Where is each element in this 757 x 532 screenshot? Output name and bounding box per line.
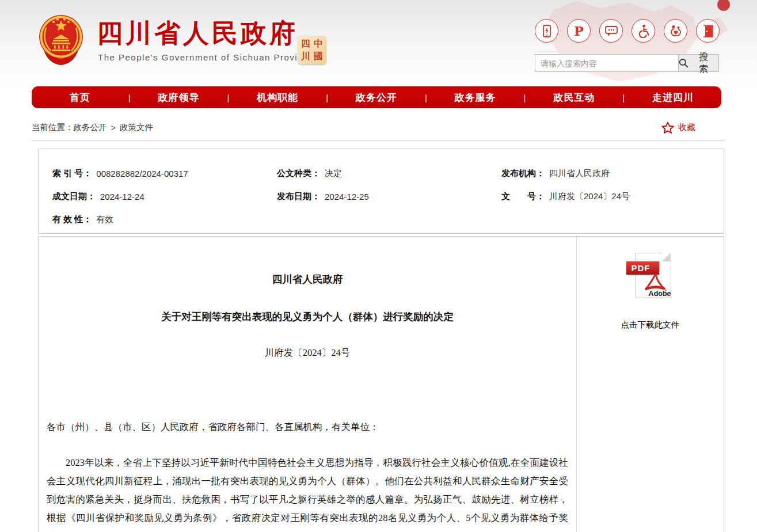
search-input[interactable] [535,54,678,72]
meta-value: 2024-12-25 [325,192,369,202]
attachment-sidebar: PDF Adobe 点击下载此文件 [576,237,724,532]
document-salutation: 各市（州）、县（市、区）人民政府，省政府各部门、各直属机构，有关单位： [47,418,568,436]
meta-label: 发布日期： [277,191,320,202]
meta-label: 有 效 性： [52,214,92,225]
meta-written-date: 成文日期： 2024-12-24 [52,191,277,202]
meta-label: 文 号： [501,191,545,202]
mobile-icon[interactable] [535,19,558,43]
quick-access-icons: P [535,19,720,43]
meta-value: 决定 [325,168,342,179]
nav-item-disclosure[interactable]: 政务公开 [328,91,425,104]
document-paragraph: 2023年以来，全省上下坚持以习近平新时代中国特色社会主义思想为指导，积极践行社… [47,454,568,532]
document-meta-table: 索 引 号： 008282882/2024-00317 公文种类： 决定 发布机… [38,149,724,234]
breadcrumb-section[interactable]: 政务公开 [74,122,107,133]
meta-issuing-org: 发布机构： 四川省人民政府 [501,168,724,179]
meta-doc-number: 文 号： 川府发〔2024〕24号 [501,191,724,202]
nav-item-services[interactable]: 政务服务 [427,91,524,104]
site-logo[interactable]: 四川省人民政府 The People's Government of Sichu… [35,10,334,74]
breadcrumb-separator: > [111,123,116,132]
nav-item-leaders[interactable]: 政府领导 [131,91,227,104]
page-header: 四川省人民政府 The People's Government of Sichu… [0,0,757,84]
care-icon[interactable] [664,19,687,43]
meta-label: 发布机构： [501,168,545,179]
meta-value: 有效 [96,214,113,225]
document-number: 川府发〔2024〕24号 [47,347,568,359]
breadcrumb: 当前位置： 政务公开 > 政策文件 收藏 [32,115,725,140]
site-title: 四川省人民政府 [97,16,298,51]
pdf-fold-corner [662,253,671,261]
meta-index-number: 索 引 号： 008282882/2024-00317 [52,168,277,179]
meta-label: 公文种类： [277,168,320,179]
meta-validity: 有 效 性： 有效 [52,214,277,225]
p-icon[interactable]: P [567,19,591,43]
seal-char: 川 [299,50,312,63]
search-button-label: 搜 索 [691,51,718,75]
adobe-label: Adobe [649,290,671,298]
document-title: 关于对王刚等有突出表现的见义勇为个人（群体）进行奖励的决定 [47,310,568,324]
favorite-label: 收藏 [678,122,695,133]
search-icon [679,58,688,68]
nav-item-home[interactable]: 首页 [32,91,128,104]
national-emblem-icon [36,13,86,68]
message-icon[interactable] [599,19,623,43]
download-file-link[interactable]: 点击下载此文件 [621,320,680,330]
china-sichuan-seal: 四 中 川 國 [298,36,326,64]
nav-item-functions[interactable]: 机构职能 [229,91,326,104]
document-org-title: 四川省人民政府 [47,272,568,286]
main-nav: 首页 | 政府领导 | 机构职能 | 政务公开 | 政务服务 | 政民互动 | … [32,86,721,108]
seal-char: 中 [312,37,325,50]
seal-char: 四 [299,37,312,50]
nav-item-about[interactable]: 走进四川 [625,91,721,104]
star-icon [661,121,675,135]
site-subtitle: The People's Government of Sichuan Provi… [98,52,314,62]
document-content: 四川省人民政府 关于对王刚等有突出表现的见义勇为个人（群体）进行奖励的决定 川府… [38,236,724,532]
meta-publish-date: 发布日期： 2024-12-25 [277,191,501,202]
pdf-banner-label: PDF [626,261,659,275]
meta-value: 008282882/2024-00317 [96,169,188,178]
meta-label: 成文日期： [52,191,96,202]
p-glyph: P [574,24,584,39]
meta-label: 索 引 号： [52,168,92,179]
site-search: 搜 索 [535,54,719,72]
meta-doc-type: 公文种类： 决定 [277,168,501,179]
breadcrumb-prefix: 当前位置： [32,122,74,133]
meta-value: 川府发〔2024〕24号 [549,191,630,202]
nav-item-interaction[interactable]: 政民互动 [526,91,623,104]
breadcrumb-page[interactable]: 政策文件 [120,122,153,133]
wheelchair-icon[interactable] [632,19,655,43]
meta-value: 四川省人民政府 [549,168,610,179]
search-button[interactable]: 搜 索 [678,54,719,72]
favorite-button[interactable]: 收藏 [661,121,725,135]
document-text-column: 四川省人民政府 关于对王刚等有突出表现的见义勇为个人（群体）进行奖励的决定 川府… [39,237,576,532]
pdf-file-icon[interactable]: PDF Adobe [626,253,675,300]
meta-value: 2024-12-24 [100,192,144,202]
door-icon[interactable] [696,19,720,43]
seal-char: 國 [312,50,325,63]
